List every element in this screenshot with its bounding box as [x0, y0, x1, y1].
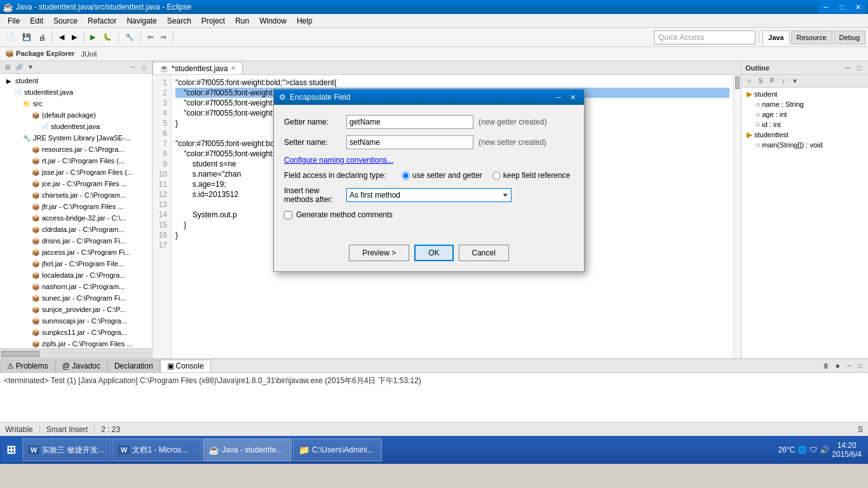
- dialog-close-btn[interactable]: ✕: [566, 92, 579, 103]
- tree-item[interactable]: 📄studenttest.java: [0, 121, 152, 132]
- save-button[interactable]: 💾: [19, 30, 34, 45]
- getter-input[interactable]: [346, 115, 473, 129]
- menu-navigate[interactable]: Navigate: [121, 15, 161, 27]
- tab-console[interactable]: ▣ Console: [160, 360, 211, 372]
- tree-item[interactable]: 📦charsets.jar - C:\Program...: [0, 189, 152, 201]
- vertical-scrollbar[interactable]: [733, 75, 741, 358]
- outline-menu-btn[interactable]: ▼: [790, 76, 800, 86]
- console-minimize-btn[interactable]: ─: [844, 361, 854, 371]
- outline-item[interactable]: ○name : String: [743, 99, 867, 109]
- tree-item[interactable]: 📦sunmscapi.jar - C:\Progra...: [0, 315, 152, 327]
- next-edit-btn[interactable]: ⇨: [158, 30, 170, 45]
- taskbar-item-1[interactable]: W 文档1 - Micros...: [112, 438, 201, 461]
- horizontal-scrollbar[interactable]: [0, 348, 152, 358]
- tree-item[interactable]: 📦zipfs.jar - C:\Program Files ...: [0, 338, 152, 348]
- package-explorer-header-tab[interactable]: 📦 Package Explorer: [3, 50, 77, 58]
- start-button[interactable]: ⊞: [1, 438, 21, 462]
- link-editor-btn[interactable]: 🔗: [14, 62, 24, 72]
- quick-access-box[interactable]: Quick Access: [654, 30, 756, 44]
- outline-item[interactable]: ○age : int: [743, 109, 867, 119]
- taskbar-item-0[interactable]: W 实验三 敏捷开发...: [22, 438, 111, 461]
- tab-javadoc[interactable]: @ Javadoc: [55, 360, 107, 372]
- run-button[interactable]: ▶: [87, 30, 98, 45]
- menu-window[interactable]: Window: [254, 15, 292, 27]
- outline-item[interactable]: ○main(String[]) : void: [743, 140, 867, 150]
- menu-run[interactable]: Run: [230, 15, 254, 27]
- outline-hide-static-btn[interactable]: S: [756, 76, 766, 86]
- tree-item[interactable]: 📦sunec.jar - C:\Program Fi...: [0, 292, 152, 304]
- tab-close-icon[interactable]: ✕: [231, 65, 236, 72]
- editor-tab-studenttest[interactable]: ☕ *studenttest.java ✕: [153, 62, 243, 74]
- radio-keep-field-ref[interactable]: keep field reference: [492, 171, 570, 180]
- console-maximize-btn[interactable]: □: [855, 361, 865, 371]
- menu-refactor[interactable]: Refactor: [83, 15, 121, 27]
- taskbar-item-3[interactable]: 📁 C:\Users\Admini...: [293, 438, 382, 461]
- outline-hide-fields-btn[interactable]: ○: [744, 76, 754, 86]
- setter-input[interactable]: [346, 135, 473, 149]
- restore-button[interactable]: □: [834, 1, 850, 13]
- menu-source[interactable]: Source: [48, 15, 83, 27]
- preview-button[interactable]: Preview >: [349, 245, 409, 261]
- tree-item[interactable]: 📦sunjce_provider.jar - C:\P...: [0, 304, 152, 315]
- outline-hide-nonpublic-btn[interactable]: P: [767, 76, 777, 86]
- minimize-button[interactable]: ─: [818, 1, 834, 13]
- cancel-button[interactable]: Cancel: [459, 245, 509, 261]
- console-stop-btn[interactable]: ■: [832, 361, 843, 371]
- menu-search[interactable]: Search: [162, 15, 196, 27]
- perspective-resource[interactable]: Resource: [791, 30, 832, 44]
- tree-item[interactable]: 🔧JRE System Library [JavaSE-...: [0, 132, 152, 144]
- dialog-minimize-btn[interactable]: ─: [552, 92, 565, 103]
- tree-item[interactable]: 📦sunpkcs11.jar - C:\Progra...: [0, 327, 152, 338]
- close-button[interactable]: ✕: [850, 1, 865, 13]
- tab-declaration[interactable]: Declaration: [107, 360, 160, 372]
- naming-conventions-link[interactable]: Configure naming conventions...: [284, 156, 574, 165]
- menu-file[interactable]: File: [3, 15, 25, 27]
- tree-item[interactable]: 📦dnsns.jar - C:\Program Fi...: [0, 235, 152, 247]
- panel-menu-btn[interactable]: ▼: [25, 62, 36, 72]
- tree-item[interactable]: 📁src: [0, 98, 152, 109]
- external-tools-btn[interactable]: 🔧: [122, 30, 137, 45]
- tree-item[interactable]: 📦jsse.jar - C:\Program Files (...: [0, 166, 152, 178]
- outline-sort-btn[interactable]: ↕: [778, 76, 789, 86]
- outline-item[interactable]: ○id : int: [743, 119, 867, 130]
- perspective-java[interactable]: Java: [763, 30, 789, 44]
- tree-item[interactable]: 📦(default package): [0, 109, 152, 121]
- menu-help[interactable]: Help: [292, 15, 318, 27]
- tab-problems[interactable]: ⚠ Problems: [0, 360, 55, 372]
- outline-maximize-btn[interactable]: □: [854, 63, 864, 73]
- tree-item[interactable]: 📦resources.jar - C:\Progra...: [0, 144, 152, 155]
- ok-button[interactable]: OK: [414, 245, 453, 261]
- outline-minimize-btn[interactable]: ─: [843, 63, 853, 73]
- back-button[interactable]: ◀: [56, 30, 67, 45]
- panel-maximize-btn[interactable]: □: [139, 62, 149, 72]
- menu-project[interactable]: Project: [196, 15, 230, 27]
- tree-item[interactable]: ▶student: [0, 75, 152, 86]
- outline-item[interactable]: ▶student: [743, 89, 867, 99]
- debug-button[interactable]: 🐛: [100, 30, 115, 45]
- print-button[interactable]: 🖨: [36, 30, 49, 45]
- panel-minimize-btn[interactable]: ─: [128, 62, 138, 72]
- tree-item[interactable]: 📦jfr.jar - C:\Program Files ...: [0, 201, 152, 212]
- outline-item[interactable]: ▶studenttest: [743, 130, 867, 140]
- console-clear-btn[interactable]: 🗑: [821, 361, 831, 371]
- prev-edit-btn[interactable]: ⇦: [144, 30, 156, 45]
- tree-item[interactable]: 📦rt.jar - C:\Program Files (...: [0, 155, 152, 166]
- taskbar-item-2[interactable]: ☕ Java - studentte...: [203, 438, 292, 461]
- collapse-all-btn[interactable]: ⊟: [3, 62, 13, 72]
- junit-tab[interactable]: JUnit: [78, 50, 99, 58]
- generate-comments-checkbox[interactable]: [284, 211, 292, 219]
- insert-select[interactable]: As first method As last method After get…: [346, 188, 512, 202]
- forward-button[interactable]: ▶: [69, 30, 80, 45]
- perspective-debug[interactable]: Debug: [834, 30, 865, 44]
- tree-item[interactable]: 📦jce.jar - C:\Program Files ...: [0, 178, 152, 189]
- tree-item[interactable]: 📦cldrdata.jar - C:\Program...: [0, 224, 152, 235]
- tree-item[interactable]: 📦access-bridge-32.jar - C:\...: [0, 212, 152, 224]
- tree-item[interactable]: 📦jaccess.jar - C:\Program Fi...: [0, 247, 152, 258]
- tree-item[interactable]: 📦jfxrt.jar - C:\Program File...: [0, 258, 152, 269]
- tree-item[interactable]: 📦nashorn.jar - C:\Program...: [0, 281, 152, 292]
- radio-use-setter-getter[interactable]: use setter and getter: [402, 171, 482, 180]
- new-button[interactable]: 📄: [3, 30, 18, 45]
- tree-item[interactable]: 📦localedata.jar - C:\Progra...: [0, 269, 152, 281]
- tree-item[interactable]: 📄studenttest.java: [0, 86, 152, 98]
- menu-edit[interactable]: Edit: [25, 15, 48, 27]
